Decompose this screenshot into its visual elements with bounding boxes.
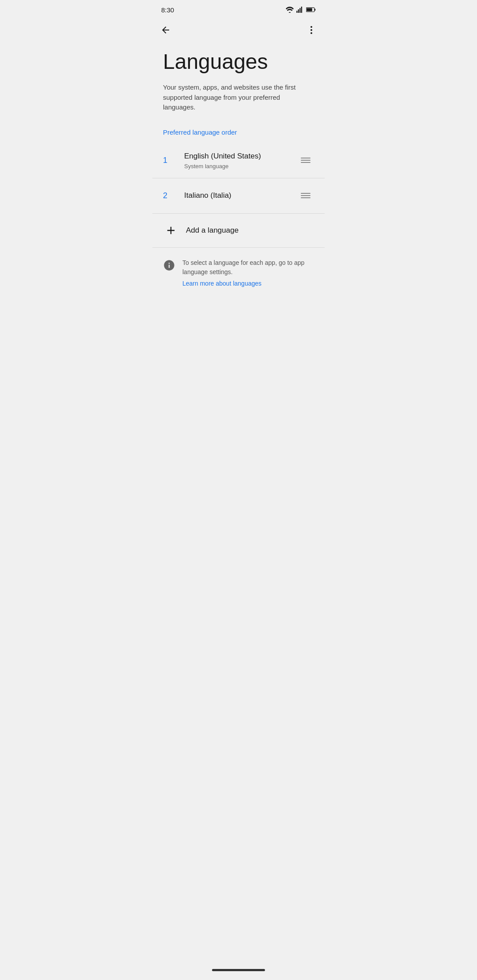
svg-rect-3 (301, 7, 302, 13)
drag-line (301, 195, 310, 196)
back-arrow-icon (160, 25, 171, 35)
svg-rect-1 (298, 9, 299, 13)
drag-line (301, 160, 310, 161)
page-title: Languages (152, 42, 325, 79)
battery-icon (306, 7, 316, 12)
add-language-button[interactable]: Add a language (152, 214, 325, 248)
language-rank-2: 2 (163, 191, 179, 200)
status-time: 8:30 (161, 6, 174, 14)
language-name-2: Italiano (Italia) (184, 191, 297, 200)
language-info-2: Italiano (Italia) (184, 191, 297, 200)
status-bar: 8:30 (152, 0, 325, 18)
wifi-icon (286, 7, 294, 13)
language-info-1: English (United States) System language (184, 151, 297, 170)
preferred-language-order-link[interactable]: Preferred language order (152, 123, 325, 143)
info-text: To select a language for each app, go to… (182, 259, 304, 276)
language-name-1: English (United States) (184, 151, 297, 161)
info-icon (163, 259, 175, 273)
signal-icon (296, 7, 303, 13)
svg-rect-6 (307, 8, 312, 11)
add-icon (163, 222, 179, 238)
drag-line (301, 158, 310, 158)
language-item-2[interactable]: 2 Italiano (Italia) (152, 178, 325, 214)
info-content: To select a language for each app, go to… (182, 258, 314, 287)
drag-line (301, 162, 310, 163)
svg-point-8 (310, 29, 312, 31)
svg-rect-5 (314, 9, 315, 11)
info-section: To select a language for each app, go to… (152, 248, 325, 298)
status-icons (286, 7, 316, 13)
svg-point-9 (310, 32, 312, 34)
language-rank-1: 1 (163, 156, 179, 165)
drag-line (301, 193, 310, 194)
language-item-1[interactable]: 1 English (United States) System languag… (152, 143, 325, 178)
language-list: 1 English (United States) System languag… (152, 143, 325, 248)
svg-rect-2 (299, 8, 300, 13)
more-options-button[interactable] (302, 20, 321, 40)
svg-rect-0 (296, 11, 297, 13)
back-button[interactable] (156, 20, 175, 40)
more-options-icon (306, 25, 317, 35)
drag-line (301, 197, 310, 198)
drag-handle-1[interactable] (297, 154, 314, 166)
svg-point-7 (310, 26, 312, 28)
add-language-label: Add a language (186, 226, 238, 235)
drag-handle-2[interactable] (297, 189, 314, 202)
toolbar (152, 18, 325, 42)
learn-more-link[interactable]: Learn more about languages (182, 280, 314, 287)
language-subtitle-1: System language (184, 163, 297, 170)
page-description: Your system, apps, and websites use the … (152, 79, 325, 123)
